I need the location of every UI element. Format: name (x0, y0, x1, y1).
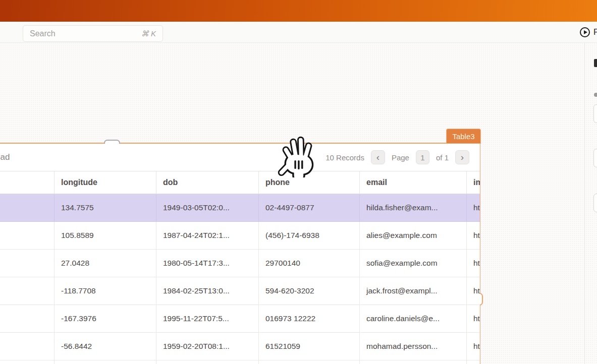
table-cell[interactable]: 1980-05-14T17:3... (156, 250, 259, 277)
table-cell[interactable] (0, 250, 55, 277)
table-toolbar: oad 10 Records ‹ Page 1 of 1 › (0, 144, 480, 171)
table-cell[interactable]: 02-4497-0877 (259, 194, 360, 222)
table-cell[interactable] (0, 222, 55, 250)
widget-name-tag[interactable]: Table3 (446, 129, 481, 143)
table-row[interactable]: 134.7575 1949-03-05T02:0... 02-4497-0877… (0, 194, 480, 222)
page-number-input[interactable]: 1 (416, 150, 429, 164)
table-cell[interactable]: ht (467, 333, 480, 360)
chevron-right-icon: › (461, 152, 464, 162)
column-header-dob[interactable]: dob (156, 171, 259, 194)
search-shortcut-hint: ⌘ K (141, 29, 156, 38)
page-total-label: of 1 (436, 153, 449, 162)
property-input-fragment[interactable] (593, 194, 597, 212)
records-count-label: 10 Records (325, 153, 364, 162)
table-cell[interactable]: 1984-02-25T13:0... (156, 277, 259, 305)
column-header-longitude[interactable]: longitude (55, 171, 156, 194)
brand-header-bar (0, 0, 597, 22)
table-cell[interactable]: 594-620-3202 (259, 277, 360, 305)
table-cell[interactable]: 1959-02-20T08:1... (156, 333, 259, 360)
table-cell[interactable]: alies@example.com (360, 222, 467, 250)
table-row-partial[interactable] (0, 360, 480, 364)
table-cell[interactable]: 61521059 (259, 333, 360, 360)
table-cell[interactable]: ht (467, 222, 480, 250)
widget-name-label: Table3 (452, 132, 474, 141)
table-cell[interactable]: 016973 12222 (259, 305, 360, 333)
column-header[interactable] (0, 171, 55, 194)
search-placeholder: Search (30, 29, 56, 38)
table-cell[interactable]: 29700140 (259, 250, 360, 277)
table-cell[interactable]: ht (467, 277, 480, 305)
property-panel-divider (584, 43, 585, 364)
table-row[interactable]: -167.3976 1995-11-22T07:5... 016973 1222… (0, 305, 480, 333)
table-cell[interactable]: -118.7708 (55, 277, 156, 305)
column-header-image[interactable]: im (467, 171, 480, 194)
deploy-button[interactable]: P (580, 26, 597, 39)
table-cell[interactable]: 105.8589 (55, 222, 156, 250)
table-row[interactable]: -56.8442 1959-02-20T08:1... 61521059 moh… (0, 333, 480, 360)
prev-page-button[interactable]: ‹ (371, 150, 385, 164)
property-panel-title-fragment (594, 59, 597, 67)
table-toolbar-text-fragment: oad (0, 152, 10, 162)
property-panel-icon (594, 93, 597, 97)
deploy-label: P (593, 27, 597, 37)
table-cell[interactable]: 1949-03-05T02:0... (156, 194, 259, 222)
search-input[interactable]: Search ⌘ K (23, 25, 163, 42)
table-row[interactable]: -118.7708 1984-02-25T13:0... 594-620-320… (0, 277, 480, 305)
table-header-row: longitude dob phone email im (0, 171, 480, 194)
table-pagination: 10 Records ‹ Page 1 of 1 › (325, 150, 469, 164)
table-cell[interactable]: ht (467, 194, 480, 222)
table-cell[interactable]: caroline.daniels@e... (360, 305, 467, 333)
table-cell[interactable]: hilda.fisher@exam... (360, 194, 467, 222)
table-cell[interactable]: jack.frost@exampl... (360, 277, 467, 305)
table-cell[interactable]: 134.7575 (55, 194, 156, 222)
property-input-fragment[interactable] (593, 104, 597, 123)
next-page-button[interactable]: › (455, 150, 469, 164)
page-label: Page (392, 153, 409, 162)
table-widget: oad 10 Records ‹ Page 1 of 1 › longitude… (0, 144, 480, 364)
table-cell[interactable]: (456)-174-6938 (259, 222, 360, 250)
play-circle-icon (580, 27, 590, 37)
table-cell[interactable]: -56.8442 (55, 333, 156, 360)
column-header-email[interactable]: email (360, 171, 467, 194)
table-cell[interactable] (0, 305, 55, 333)
app-topbar: Search ⌘ K P (0, 22, 597, 43)
table-cell[interactable]: sofia@example.com (360, 250, 467, 277)
table-cell[interactable] (0, 194, 55, 222)
table-cell[interactable] (0, 333, 55, 360)
page-number-value: 1 (420, 153, 424, 162)
table-cell[interactable]: ht (467, 305, 480, 333)
property-input-fragment[interactable] (593, 149, 597, 167)
table-cell[interactable]: mohamad.persson... (360, 333, 467, 360)
table-row[interactable]: 27.0428 1980-05-14T17:3... 29700140 sofi… (0, 250, 480, 277)
table-cell[interactable] (0, 277, 55, 305)
table-cell[interactable]: 1987-04-24T02:1... (156, 222, 259, 250)
column-header-phone[interactable]: phone (259, 171, 360, 194)
table-cell[interactable]: 1995-11-22T07:5... (156, 305, 259, 333)
chevron-left-icon: ‹ (376, 152, 379, 162)
table-row[interactable]: 105.8589 1987-04-24T02:1... (456)-174-69… (0, 222, 480, 250)
table-cell[interactable]: ht (467, 250, 480, 277)
table-cell[interactable]: 27.0428 (55, 250, 156, 277)
table-cell[interactable]: -167.3976 (55, 305, 156, 333)
